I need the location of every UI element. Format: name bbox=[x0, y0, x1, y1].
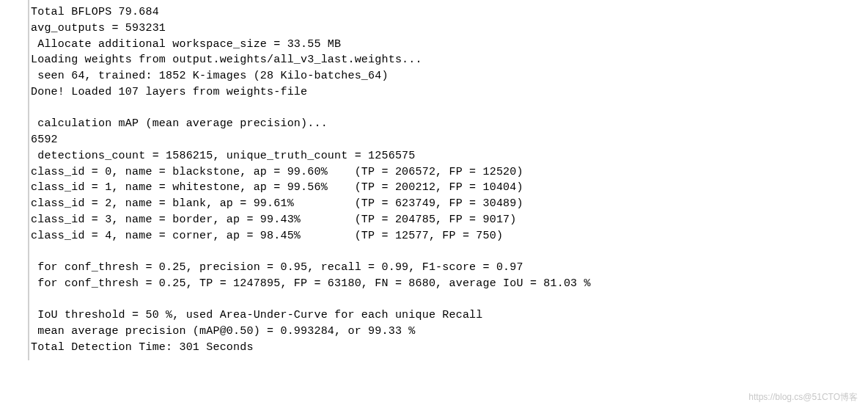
terminal-line: class_id = 0, name = blackstone, ap = 99… bbox=[31, 164, 868, 181]
terminal-line: class_id = 2, name = blank, ap = 99.61% … bbox=[31, 196, 868, 212]
terminal-line: Total BFLOPS 79.684 bbox=[31, 4, 868, 21]
terminal-line bbox=[31, 101, 868, 117]
watermark-text: https://blog.cs@51CTO博客 bbox=[749, 391, 858, 404]
terminal-line: class_id = 1, name = whitestone, ap = 99… bbox=[31, 180, 868, 196]
terminal-line: class_id = 3, name = border, ap = 99.43%… bbox=[31, 212, 868, 228]
terminal-line: detections_count = 1586215, unique_truth… bbox=[31, 148, 868, 164]
terminal-line: Allocate additional workspace_size = 33.… bbox=[31, 37, 868, 53]
terminal-line: Done! Loaded 107 layers from weights-fil… bbox=[31, 84, 868, 101]
terminal-line: 6592 bbox=[31, 132, 868, 148]
terminal-line: for conf_thresh = 0.25, precision = 0.95… bbox=[31, 260, 868, 276]
terminal-line bbox=[31, 244, 868, 260]
terminal-output: Total BFLOPS 79.684avg_outputs = 593231 … bbox=[28, 0, 868, 360]
terminal-line: mean average precision (mAP@0.50) = 0.99… bbox=[31, 324, 868, 340]
terminal-line bbox=[31, 292, 868, 308]
terminal-line: class_id = 4, name = corner, ap = 98.45%… bbox=[31, 228, 868, 244]
terminal-line: IoU threshold = 50 %, used Area-Under-Cu… bbox=[31, 307, 868, 324]
terminal-line: calculation mAP (mean average precision)… bbox=[31, 116, 868, 132]
terminal-line: seen 64, trained: 1852 K-images (28 Kilo… bbox=[31, 68, 868, 84]
terminal-line: for conf_thresh = 0.25, TP = 1247895, FP… bbox=[31, 276, 868, 292]
terminal-line: Total Detection Time: 301 Seconds bbox=[31, 340, 868, 356]
terminal-line: Loading weights from output.weights/all_… bbox=[31, 52, 868, 68]
terminal-line: avg_outputs = 593231 bbox=[31, 21, 868, 37]
